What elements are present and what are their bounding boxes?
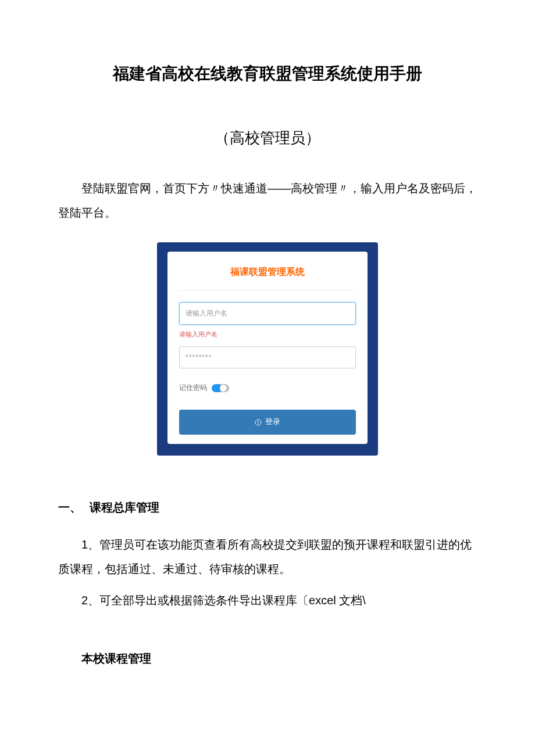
section-1-heading: 一、 课程总库管理	[58, 496, 477, 518]
section-2-heading: 本校课程管理	[81, 647, 477, 669]
doc-subtitle: （高校管理员）	[58, 124, 477, 152]
login-button-label: 登录	[265, 415, 280, 429]
section-1-p1: 1、管理员可在该功能页查看所有高校提交到联盟的预开课程和联盟引进的优质课程，包括…	[58, 532, 477, 581]
remember-label: 记住密码	[179, 381, 207, 395]
doc-title: 福建省高校在线教育联盟管理系统使用手册	[58, 58, 477, 89]
login-screenshot: 福课联盟管理系统 请输入用户名 请输入用户名 ******** 记住密码 登录	[157, 242, 378, 456]
login-card: 福课联盟管理系统 请输入用户名 请输入用户名 ******** 记住密码 登录	[167, 252, 368, 444]
username-error: 请输入用户名	[179, 328, 356, 341]
remember-toggle[interactable]	[212, 384, 229, 392]
svg-point-0	[255, 420, 261, 425]
password-input[interactable]: ********	[179, 346, 356, 369]
section-title: 课程总库管理	[90, 496, 159, 518]
enter-icon	[255, 419, 262, 426]
login-title: 福课联盟管理系统	[179, 262, 356, 291]
username-input[interactable]: 请输入用户名	[179, 302, 356, 325]
section-1-p2: 2、可全部导出或根据筛选条件导出课程库〔excel 文档\	[58, 588, 477, 612]
section-number: 一、	[58, 496, 81, 518]
login-button[interactable]: 登录	[179, 410, 356, 435]
intro-paragraph: 登陆联盟官网，首页下方〃快速通道——高校管理〃，输入用户名及密码后，登陆平台。	[58, 176, 477, 225]
